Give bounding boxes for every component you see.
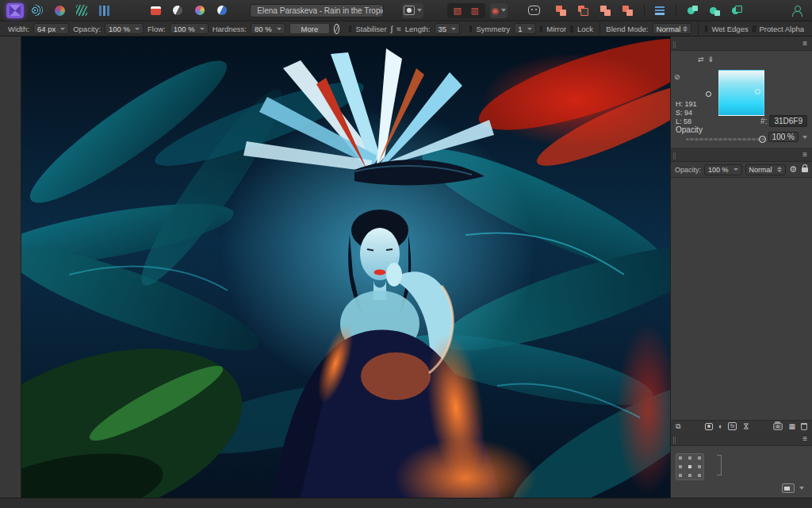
photo-persona-button[interactable] xyxy=(6,3,24,18)
lock-checkbox[interactable] xyxy=(570,25,573,33)
develop-persona-icon xyxy=(55,6,65,16)
auto-colour-icon xyxy=(195,6,205,15)
boolean-add-button[interactable] xyxy=(553,3,570,18)
auto-white-balance-button[interactable] xyxy=(213,3,231,18)
transform-panel xyxy=(671,446,812,498)
boolean-add-icon xyxy=(556,6,566,16)
tone-mapping-persona-icon xyxy=(76,5,87,16)
edit-all-layers-icon[interactable]: ⧉ xyxy=(676,422,680,431)
window-stabiliser-icon[interactable]: ≈ xyxy=(396,25,401,33)
liquify-persona-button[interactable] xyxy=(29,3,46,18)
more-button[interactable]: More xyxy=(289,23,331,34)
live-filter-icon[interactable]: ⋈ xyxy=(741,423,749,430)
boolean-subtract-button[interactable] xyxy=(575,3,592,18)
anchor-selector[interactable] xyxy=(676,453,704,480)
snapping-group: ▧ ▥ xyxy=(447,3,485,18)
delete-layer-icon[interactable] xyxy=(801,423,807,430)
status-bar xyxy=(0,498,812,508)
right-panel: ≡ ⊘ ⇄ ✑ H: 191 S: 94 L: 58 xyxy=(670,37,812,498)
opacity-label: Opacity xyxy=(676,125,703,134)
foreground-colour-swatch[interactable] xyxy=(684,64,699,79)
snapping-frame-icon: ▧ xyxy=(453,6,461,16)
insert-inside-button[interactable] xyxy=(728,3,745,18)
quick-mask-icon xyxy=(404,6,415,15)
boolean-divide-icon xyxy=(622,6,633,16)
hue-handle[interactable] xyxy=(706,91,711,97)
brush-preview-icon[interactable]: ╱ xyxy=(334,24,339,34)
protect-alpha-label: Protect Alpha xyxy=(760,25,805,33)
sl-handle[interactable] xyxy=(755,89,760,94)
transform-panel-menu-icon[interactable]: ≡ xyxy=(801,432,809,445)
opacity-label: Opacity: xyxy=(73,25,101,33)
mirror-checkbox[interactable] xyxy=(540,25,543,33)
insert-inside-icon xyxy=(732,6,742,16)
layers-blend-mode-select[interactable]: Normal xyxy=(745,164,787,175)
snapping-option-1-button[interactable]: ▧ xyxy=(449,3,466,18)
group-layers-icon[interactable] xyxy=(773,423,783,430)
flow-field[interactable]: 100 % xyxy=(170,23,209,34)
blend-mode-select[interactable]: Normal xyxy=(653,23,692,34)
auto-levels-button[interactable] xyxy=(147,3,164,18)
symmetry-label: Symmetry xyxy=(476,25,510,33)
snapping-option-2-button[interactable]: ▥ xyxy=(466,3,484,18)
layer-settings-gear-icon[interactable]: ⚙ xyxy=(789,164,797,175)
rope-stabiliser-icon[interactable]: ∫ xyxy=(391,25,393,33)
opacity-slider-start-knob xyxy=(676,136,683,143)
swap-colours-icon[interactable]: ⇄ xyxy=(698,56,704,64)
symmetry-checkbox[interactable] xyxy=(469,25,473,33)
opacity-field[interactable]: 100 % xyxy=(105,23,144,34)
layers-panel-menu-icon[interactable]: ≡ xyxy=(801,148,809,161)
length-field[interactable]: 35 xyxy=(435,23,461,34)
canvas[interactable] xyxy=(21,37,670,498)
layers-opacity-field[interactable]: 100 % xyxy=(704,164,742,175)
account-button[interactable] xyxy=(788,3,806,18)
symmetry-count-field[interactable]: 1 xyxy=(514,23,535,34)
liquify-persona-icon xyxy=(32,5,43,16)
auto-levels-icon xyxy=(151,6,161,15)
opacity-row: Opacity 100 % xyxy=(676,125,807,134)
insert-behind-button[interactable] xyxy=(684,3,701,18)
layers-controls: Opacity: 100 % Normal ⚙ xyxy=(671,162,812,178)
mask-layer-icon[interactable] xyxy=(705,423,713,430)
colour-tabbar: ≡ xyxy=(671,37,812,51)
adjustment-layer-icon[interactable]: ◐ xyxy=(718,422,722,430)
tools-toolbar xyxy=(0,37,21,498)
auto-contrast-button[interactable] xyxy=(169,3,186,18)
hardness-field[interactable]: 80 % xyxy=(251,23,285,34)
wet-edges-checkbox[interactable] xyxy=(705,25,708,33)
document-title: Elena Paraskeva - Rain in the Tropics (5… xyxy=(250,4,384,17)
tone-mapping-persona-button[interactable] xyxy=(73,3,90,18)
assistant-button[interactable] xyxy=(526,3,543,18)
alignment-button[interactable] xyxy=(651,3,668,18)
snapping-presets-button[interactable]: ◉ xyxy=(490,3,508,18)
insert-on-top-button[interactable] xyxy=(706,3,723,18)
photo-artwork xyxy=(21,37,670,498)
opacity-value-field[interactable]: 100 % xyxy=(768,132,799,142)
transform-origin-button[interactable] xyxy=(782,483,795,493)
document-title-text: Elena Paraskeva - Rain in the Tropics (5… xyxy=(257,5,384,17)
width-field[interactable]: 64 px xyxy=(33,23,69,34)
colour-panel-menu-icon[interactable]: ≡ xyxy=(801,37,809,50)
boolean-divide-button[interactable] xyxy=(619,3,637,18)
no-colour-icon[interactable]: ⊘ xyxy=(674,73,680,81)
blend-options-icon[interactable]: ▦ xyxy=(788,422,795,430)
stabiliser-checkbox[interactable] xyxy=(349,25,352,33)
hardness-label: Hardness: xyxy=(213,25,247,33)
opacity-slider[interactable] xyxy=(676,136,766,143)
transform-tabbar: ≡ xyxy=(671,432,812,446)
quick-mask-button[interactable] xyxy=(402,3,423,18)
export-persona-button[interactable] xyxy=(95,3,113,18)
picker-icon[interactable]: ✑ xyxy=(707,56,714,63)
boolean-intersect-button[interactable] xyxy=(597,3,615,18)
boolean-intersect-icon xyxy=(600,6,611,16)
boolean-subtract-icon xyxy=(578,6,588,16)
snapping-preset-icon: ◉ xyxy=(492,6,500,16)
layer-effects-icon[interactable]: fx xyxy=(728,422,736,430)
protect-alpha-checkbox[interactable] xyxy=(753,25,756,33)
link-dimensions-bracket[interactable] xyxy=(717,455,722,475)
opacity-slider-track[interactable] xyxy=(686,138,766,140)
opacity-slider-knob[interactable] xyxy=(759,136,766,143)
develop-persona-button[interactable] xyxy=(51,3,68,18)
auto-colour-button[interactable] xyxy=(191,3,209,18)
layer-lock-icon[interactable] xyxy=(802,167,808,172)
